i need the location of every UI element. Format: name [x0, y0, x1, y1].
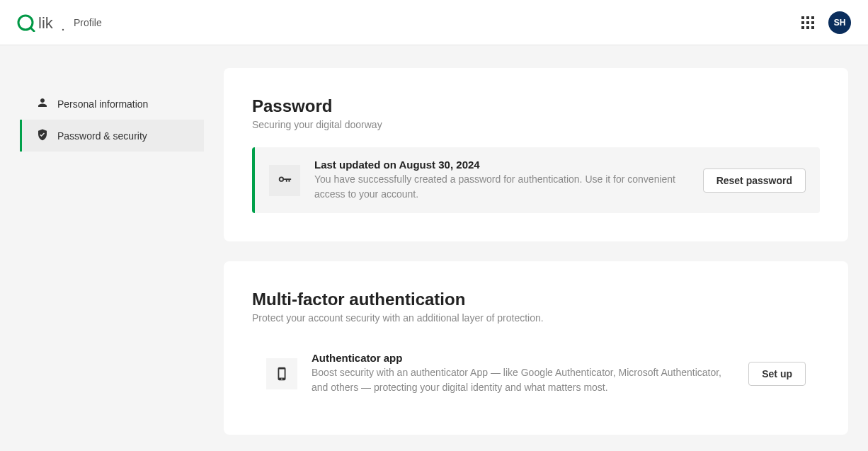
layout: Personal information Password & security… — [0, 45, 868, 451]
mfa-info-desc: Boost security with an authenticator App… — [312, 365, 734, 395]
svg-line-1 — [30, 28, 34, 31]
mfa-info-title: Authenticator app — [312, 352, 734, 364]
svg-rect-6 — [811, 16, 814, 19]
svg-rect-5 — [806, 16, 809, 19]
svg-rect-10 — [801, 26, 804, 29]
svg-text:lik: lik — [38, 14, 54, 32]
password-info-panel: Last updated on August 30, 2024 You have… — [252, 147, 820, 213]
svg-rect-8 — [806, 21, 809, 24]
topbar-right: SH — [801, 11, 851, 34]
svg-rect-11 — [806, 26, 809, 29]
shield-icon — [36, 128, 49, 143]
setup-mfa-button[interactable]: Set up — [748, 362, 806, 386]
sidebar-item-label: Password & security — [57, 130, 147, 142]
topbar-left: lik Profile — [17, 13, 102, 32]
mfa-info-text: Authenticator app Boost security with an… — [312, 352, 734, 395]
mfa-info-panel: Authenticator app Boost security with an… — [252, 341, 820, 406]
password-subtitle: Securing your digital doorway — [252, 119, 820, 130]
topbar: lik Profile SH — [0, 0, 868, 45]
person-icon — [36, 96, 49, 111]
svg-rect-9 — [811, 21, 814, 24]
svg-rect-12 — [811, 26, 814, 29]
svg-point-3 — [62, 28, 64, 30]
key-icon — [269, 165, 300, 196]
password-card: Password Securing your digital doorway L… — [224, 68, 848, 241]
user-avatar[interactable]: SH — [828, 11, 851, 34]
password-title: Password — [252, 96, 820, 116]
sidebar: Personal information Password & security — [20, 68, 204, 435]
phone-icon — [266, 358, 297, 389]
sidebar-item-label: Personal information — [57, 98, 148, 110]
password-info-text: Last updated on August 30, 2024 You have… — [314, 159, 689, 202]
svg-rect-7 — [801, 21, 804, 24]
sidebar-item-personal-info[interactable]: Personal information — [20, 88, 204, 120]
apps-grid-icon[interactable] — [801, 16, 814, 29]
qlik-logo[interactable]: lik — [17, 13, 65, 32]
sidebar-item-password-security[interactable]: Password & security — [20, 120, 204, 152]
password-info-title: Last updated on August 30, 2024 — [314, 159, 689, 171]
main-content: Password Securing your digital doorway L… — [224, 68, 848, 435]
password-info-desc: You have successfully created a password… — [314, 172, 689, 202]
mfa-title: Multi-factor authentication — [252, 290, 820, 309]
mfa-card: Multi-factor authentication Protect your… — [224, 261, 848, 435]
svg-rect-4 — [801, 16, 804, 19]
page-label: Profile — [74, 17, 102, 28]
reset-password-button[interactable]: Reset password — [703, 169, 806, 193]
mfa-subtitle: Protect your account security with an ad… — [252, 312, 820, 324]
